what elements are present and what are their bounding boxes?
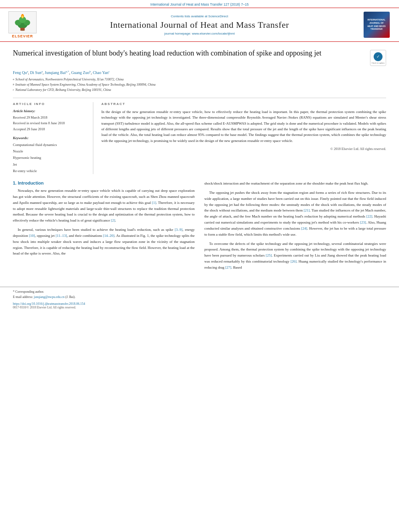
journal-title: International Journal of Heat and Mass T… bbox=[43, 20, 356, 30]
revised-date: Received in revised form 8 June 2018 bbox=[13, 120, 86, 126]
intro-para-2: In general, various techniques have been… bbox=[13, 227, 195, 257]
check-circle-icon: ✓ bbox=[374, 52, 383, 61]
intro-text-right: shock/shock interaction and the reattach… bbox=[204, 181, 386, 271]
author-junqiang-bai: Junqiang Bai bbox=[45, 70, 66, 75]
main-content: Numerical investigation of blunt body's … bbox=[0, 42, 399, 280]
article-title-section: Numerical investigation of blunt body's … bbox=[13, 48, 386, 66]
affiliation-a: a School of Aeronautics, Northwestern Po… bbox=[13, 77, 386, 82]
keywords-section: Keywords: Computational fluid dynamics N… bbox=[13, 136, 86, 174]
footnote-email-line: E-mail address: junqiang@nwpu.edu.cn (J.… bbox=[13, 295, 386, 300]
intro-text-left: Nowadays, the new generation reusable re… bbox=[13, 188, 195, 257]
article-history-label: Article history: bbox=[13, 109, 86, 113]
author-guang-zuo-sup: b bbox=[89, 70, 91, 73]
keyword-2: Hypersonic heating bbox=[13, 154, 86, 161]
affil-a-text: School of Aeronautics, Northwestern Poly… bbox=[15, 77, 123, 82]
author-feng-qu: Feng Qu bbox=[13, 70, 27, 75]
elsevier-logo: ELSEVIER bbox=[6, 11, 39, 38]
author-di-sun: Di Sun bbox=[30, 70, 41, 75]
corresponding-label: * Corresponding author. bbox=[13, 290, 386, 295]
email-person: (J. Bai). bbox=[65, 295, 76, 299]
ref-25-link[interactable]: [25] bbox=[266, 253, 272, 257]
article-title: Numerical investigation of blunt body's … bbox=[13, 48, 365, 58]
ref-21-link[interactable]: [21] bbox=[304, 208, 310, 212]
journal-header: ELSEVIER Contents lists available at Sci… bbox=[0, 8, 399, 42]
affil-c-sup: c bbox=[13, 88, 14, 93]
ref-27-link[interactable]: [27] bbox=[225, 265, 231, 269]
ref-14-20-link[interactable]: [14–20] bbox=[103, 234, 115, 238]
body-two-col: 1. Introduction Nowadays, the new genera… bbox=[13, 181, 386, 274]
email-link[interactable]: junqiang@nwpu.edu.cn bbox=[34, 295, 64, 299]
ref-2-link[interactable]: [2] bbox=[111, 218, 115, 222]
abstract-col: ABSTRACT In the design of the new genera… bbox=[101, 102, 386, 174]
elsevier-logo-image bbox=[8, 11, 37, 33]
affil-b-sup: b bbox=[13, 82, 14, 88]
email-label: E-mail address: bbox=[13, 295, 33, 299]
author-chao-yan: Chao Yan bbox=[93, 70, 109, 75]
affil-a-sup: a bbox=[13, 77, 14, 82]
check-for-updates: ✓ Check for updates bbox=[370, 50, 386, 66]
journal-ref: International Journal of Heat and Mass T… bbox=[0, 0, 399, 8]
article-info-col: ARTICLE INFO Article history: Received 2… bbox=[13, 102, 93, 174]
affiliation-b: b Institute of Manned Space System Engin… bbox=[13, 82, 386, 88]
body-col-left: 1. Introduction Nowadays, the new genera… bbox=[13, 181, 195, 274]
ref-22-link[interactable]: [22] bbox=[366, 214, 372, 218]
ref-26-link[interactable]: [26] bbox=[290, 259, 296, 263]
ref-3-9-link[interactable]: [3–9] bbox=[175, 228, 183, 232]
ref-11-13-link[interactable]: [11–13] bbox=[56, 234, 67, 238]
contents-line: Contents lists available at ScienceDirec… bbox=[43, 14, 356, 18]
intro-para-5: To overcome the defects of the spike tec… bbox=[204, 241, 386, 271]
journal-badge-area: INTERNATIONALJOURNAL OFHEAT AND MASSTRAN… bbox=[360, 12, 393, 38]
ref-23-link[interactable]: [23] bbox=[360, 220, 366, 224]
journal-homepage: journal homepage: www.elsevier.com/locat… bbox=[43, 32, 356, 35]
issn-text: 0017-9310/© 2018 Elsevier Ltd. All right… bbox=[13, 306, 386, 309]
author-junqiang-bai-sup: a,* bbox=[66, 70, 69, 73]
intro-para-1: Nowadays, the new generation reusable re… bbox=[13, 188, 195, 224]
sciencedirect-link[interactable]: ScienceDirect bbox=[208, 14, 228, 18]
intro-para-4: The opposing jet pushes the shock away f… bbox=[204, 190, 386, 238]
body-content: 1. Introduction Nowadays, the new genera… bbox=[13, 181, 386, 274]
author-feng-qu-sup: a bbox=[27, 70, 28, 73]
affil-c-text: National Laboratory for CFD, Beihang Uni… bbox=[15, 88, 111, 93]
check-updates-label: Check for updates bbox=[372, 62, 385, 64]
received-date: Received 29 March 2018 bbox=[13, 115, 86, 120]
keyword-1: Nozzle bbox=[13, 148, 86, 154]
svg-point-7 bbox=[22, 15, 24, 18]
keyword-3: Jet bbox=[13, 161, 86, 168]
author-guang-zuo: Guang Zuo bbox=[71, 70, 89, 75]
accepted-date: Accepted 29 June 2018 bbox=[13, 126, 86, 132]
affiliations: a School of Aeronautics, Northwestern Po… bbox=[13, 77, 386, 92]
elsevier-wordmark: ELSEVIER bbox=[12, 34, 33, 38]
journal-badge: INTERNATIONALJOURNAL OFHEAT AND MASSTRAN… bbox=[364, 12, 390, 38]
intro-para-3: shock/shock interaction and the reattach… bbox=[204, 181, 386, 187]
bottom-dois: https://doi.org/10.1016/j.ijheatmasstran… bbox=[0, 300, 399, 312]
footnote-area: * Corresponding author. E-mail address: … bbox=[0, 287, 399, 300]
intro-section-title: 1. Introduction bbox=[13, 181, 195, 185]
authors-line: Feng Qua, Di Suna, Junqiang Baia,*, Guan… bbox=[13, 70, 386, 75]
affil-b-text: Institute of Manned Space System Enginee… bbox=[15, 82, 155, 88]
contents-label: Contents lists available at bbox=[171, 14, 208, 18]
section-divider bbox=[13, 98, 386, 98]
badge-text: INTERNATIONALJOURNAL OFHEAT AND MASSTRAN… bbox=[367, 18, 385, 31]
keyword-4: Re-entry vehicle bbox=[13, 168, 86, 174]
ref-1-link[interactable]: [1] bbox=[152, 201, 156, 205]
abstract-text: In the design of the new generation reus… bbox=[101, 109, 386, 144]
keyword-0: Computational fluid dynamics bbox=[13, 142, 86, 148]
body-col-right: shock/shock interaction and the reattach… bbox=[204, 181, 386, 274]
doi-link[interactable]: https://doi.org/10.1016/j.ijheatmasstran… bbox=[13, 302, 85, 306]
author-di-sun-sup: a bbox=[41, 70, 43, 73]
article-info-header: ARTICLE INFO bbox=[13, 102, 86, 106]
ref-24-link[interactable]: [24] bbox=[301, 226, 307, 230]
homepage-url[interactable]: www.elsevier.com/locate/ijhmt bbox=[192, 32, 234, 35]
ref-10-link[interactable]: [10] bbox=[29, 234, 35, 238]
keywords-label: Keywords: bbox=[13, 136, 86, 140]
copyright-line: © 2018 Elsevier Ltd. All rights reserved… bbox=[101, 147, 386, 151]
header-center: Contents lists available at ScienceDirec… bbox=[43, 14, 356, 35]
author-chao-yan-sup: c bbox=[109, 70, 110, 73]
svg-rect-5 bbox=[21, 28, 25, 31]
affiliation-c: c National Laboratory for CFD, Beihang U… bbox=[13, 88, 386, 93]
abstract-header: ABSTRACT bbox=[101, 102, 386, 106]
article-info-abstract: ARTICLE INFO Article history: Received 2… bbox=[13, 102, 386, 174]
homepage-label: journal homepage: bbox=[165, 32, 191, 35]
